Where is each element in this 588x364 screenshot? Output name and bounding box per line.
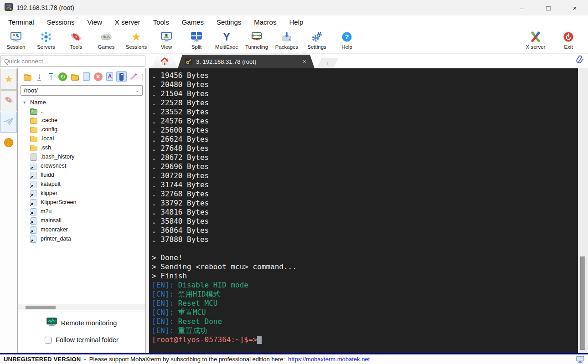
- file-row-fluidd[interactable]: ↗fluidd: [30, 170, 145, 179]
- new-file-button[interactable]: [81, 71, 92, 82]
- tab-home[interactable]: [151, 56, 178, 68]
- file-row-cache[interactable]: .cache: [30, 116, 145, 125]
- symlink-icon: ↗: [30, 226, 37, 233]
- symlink-icon: ↗: [30, 180, 37, 188]
- parent-folder-icon: ↑: [30, 108, 37, 115]
- tab-active-session[interactable]: 3. 192.168.31.78 (root) ×: [178, 55, 315, 68]
- follow-terminal-folder-checkbox[interactable]: [45, 337, 52, 343]
- file-icon: [30, 153, 37, 160]
- horizontal-scrollbar[interactable]: [18, 304, 145, 310]
- file-row-local[interactable]: .local: [30, 134, 145, 143]
- tab-close-icon[interactable]: ×: [302, 58, 307, 65]
- file-row-klipper[interactable]: ↗klipper: [30, 189, 145, 198]
- horizontal-scrollbar-thumb[interactable]: [26, 306, 56, 309]
- toolbar-tools-button[interactable]: Tools: [61, 28, 91, 53]
- attachments-paperclip-icon[interactable]: [575, 55, 584, 68]
- split-icon: [191, 30, 202, 44]
- file-row-katapult[interactable]: ↗katapult: [30, 179, 145, 189]
- file-name: .local: [41, 135, 54, 142]
- remote-monitoring-button[interactable]: Remote monitoring: [18, 317, 145, 329]
- terminal-area[interactable]: . 19456 Bytes. 20480 Bytes. 21504 Bytes.…: [149, 68, 578, 353]
- sessions-star-icon: ★: [131, 30, 141, 44]
- status-message: Please support MobaXterm by subscribing …: [89, 356, 285, 363]
- file-row-mainsail[interactable]: ↗mainsail: [30, 216, 145, 225]
- tab-label: 3. 192.168.31.78 (root): [196, 58, 298, 65]
- connect-row: 3. 192.168.31.78 (root) × +: [0, 54, 588, 68]
- toolbar-exit-button[interactable]: Exit: [553, 28, 583, 53]
- unregistered-version-label: UNREGISTERED VERSION: [4, 356, 81, 363]
- file-name: .ssh: [41, 144, 51, 151]
- file-name: .config: [41, 126, 57, 133]
- menu-item-terminal[interactable]: Terminal: [2, 18, 41, 26]
- toolbar-session-button[interactable]: Session: [1, 28, 31, 53]
- toolbar-tunneling-button[interactable]: Tunneling: [242, 28, 272, 53]
- file-row-crowsnest[interactable]: ↗crowsnest: [30, 161, 145, 170]
- status-separator: -: [84, 356, 86, 363]
- menu-item-sessions[interactable]: Sessions: [41, 18, 81, 26]
- toolbar-sessions-button[interactable]: ★ Sessions: [121, 28, 151, 53]
- menu-item-view[interactable]: View: [81, 18, 108, 26]
- menu-item-help[interactable]: Help: [283, 18, 309, 26]
- download-button[interactable]: ↓: [34, 71, 45, 82]
- menu-bar: TerminalSessionsViewX serverToolsGamesSe…: [0, 15, 588, 28]
- tab-bar: 3. 192.168.31.78 (root) × +: [151, 54, 338, 68]
- maximize-button[interactable]: □: [535, 0, 562, 15]
- file-list-header[interactable]: ▾ Name: [18, 97, 145, 107]
- upload-button[interactable]: ↑: [46, 71, 57, 82]
- menu-item-settings[interactable]: Settings: [210, 18, 248, 26]
- symlink-icon: ↗: [30, 199, 37, 206]
- toolbar-settings-button[interactable]: Settings: [302, 28, 332, 53]
- toolbar-split-button[interactable]: Split: [181, 28, 211, 53]
- folder-icon: [30, 126, 37, 133]
- file-row-ssh[interactable]: .ssh: [30, 143, 145, 152]
- refresh-button[interactable]: ↻: [57, 71, 68, 82]
- toolbar-multiexec-button[interactable]: Y MultiExec: [211, 28, 242, 53]
- menu-item-macros[interactable]: Macros: [248, 18, 283, 26]
- sort-direction-icon[interactable]: ▾: [23, 100, 26, 105]
- menu-item-tools[interactable]: Tools: [147, 18, 175, 26]
- app-logo-icon: [5, 3, 13, 13]
- close-button[interactable]: ×: [562, 0, 588, 15]
- toolbar-packages-button[interactable]: Packages: [272, 28, 302, 53]
- terminal-scrollbar-thumb[interactable]: [580, 256, 585, 350]
- sidebar-tab-sftp[interactable]: [0, 133, 17, 154]
- delete-button[interactable]: ✕: [93, 71, 103, 82]
- new-tab-button[interactable]: +: [317, 58, 338, 67]
- file-row-[interactable]: ↑..: [30, 107, 145, 116]
- tools-knife-icon: [4, 95, 14, 107]
- sidebar-tab-tools[interactable]: [0, 90, 17, 111]
- file-row-moonraker[interactable]: ↗moonraker: [30, 225, 145, 234]
- sidebar-tab-sessions[interactable]: ★: [0, 69, 17, 90]
- toolbar-servers-button[interactable]: Servers: [31, 28, 61, 53]
- path-dropdown[interactable]: /root/ ⌄: [21, 85, 143, 96]
- quick-connect-input[interactable]: [0, 56, 145, 67]
- menu-item-games[interactable]: Games: [175, 18, 210, 26]
- magic-wand-button[interactable]: [128, 71, 139, 82]
- symlink-icon: ↗: [30, 208, 37, 215]
- minimize-button[interactable]: –: [509, 0, 535, 15]
- file-browser-toolbar: ↑ ↓ ↑ ↻ + ✕ A |: [18, 68, 145, 85]
- file-row-bash_history[interactable]: .bash_history: [30, 152, 145, 161]
- sidebar-tab-macros[interactable]: [0, 112, 17, 133]
- terminal-scrollbar[interactable]: [578, 68, 588, 353]
- menu-item-x-server[interactable]: X server: [108, 18, 147, 26]
- symlink-icon: ↗: [30, 171, 37, 179]
- new-folder-button[interactable]: +: [69, 71, 80, 82]
- sync-browser-toggle[interactable]: [116, 71, 127, 82]
- name-column-header[interactable]: Name: [30, 99, 46, 106]
- panel-divider: [18, 312, 145, 312]
- file-row-KlipperScreen[interactable]: ↗KlipperScreen: [30, 198, 145, 207]
- globe-icon: [4, 138, 14, 149]
- mobatek-link[interactable]: https://mobaxterm.mobatek.net: [288, 356, 370, 363]
- toolbar-view-button[interactable]: View: [151, 28, 181, 53]
- file-row-config[interactable]: .config: [30, 125, 145, 134]
- file-row-printer_data[interactable]: ↗printer_data: [30, 234, 145, 243]
- file-row-m2u[interactable]: ↗m2u: [30, 207, 145, 216]
- panel-splitter[interactable]: [146, 68, 149, 353]
- toolbar-games-button[interactable]: Games: [91, 28, 121, 53]
- parent-directory-button[interactable]: ↑: [22, 71, 33, 82]
- main-area: ★ ↑ ↓ ↑ ↻ + ✕ A | /root/ ⌄: [0, 68, 588, 353]
- toolbar-help-button[interactable]: ? Help: [332, 28, 362, 53]
- toolbar-xserver-button[interactable]: X server: [518, 28, 553, 53]
- rename-button[interactable]: A: [105, 71, 115, 82]
